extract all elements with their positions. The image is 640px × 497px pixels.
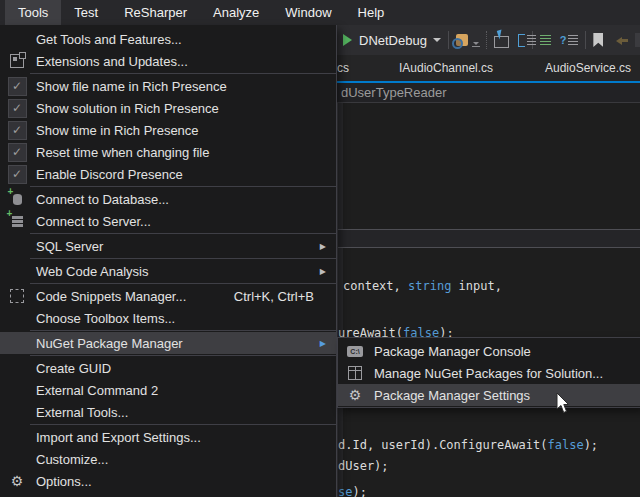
navigate-back-icon[interactable] — [494, 36, 509, 48]
find-dropdown-icon[interactable] — [472, 42, 480, 47]
previous-bookmark-icon[interactable] — [616, 34, 628, 46]
menubar-item-analyze[interactable]: Analyze — [200, 0, 272, 25]
vs-window: Tools Test ReSharper Analyze Window Help… — [0, 0, 640, 497]
submenu-item-manage-nuget-packages[interactable]: Manage NuGet Packages for Solution... — [338, 362, 640, 384]
checkmark-icon: ✓ — [6, 77, 28, 95]
menu-item-import-export-settings[interactable]: Import and Export Settings... — [0, 426, 336, 448]
menu-item-enable-discord-presence[interactable]: ✓Enable Discord Presence — [0, 163, 336, 185]
uncomment-lines-icon[interactable] — [540, 35, 551, 46]
nuget-submenu: C:\Package Manager Console Manage NuGet … — [337, 337, 640, 408]
menu-item-reset-time-changing-file[interactable]: ✓Reset time when changing file — [0, 141, 336, 163]
breadcrumb[interactable]: dUserTypeReader — [341, 85, 447, 100]
toggle-bookmark-icon[interactable] — [593, 33, 603, 47]
menu-item-code-snippets-manager[interactable]: Code Snippets Manager...Ctrl+K, Ctrl+B — [0, 285, 336, 307]
menu-separator — [30, 424, 336, 425]
comment-lines-icon[interactable]: ? — [560, 34, 579, 46]
menu-item-external-tools[interactable]: External Tools... — [0, 401, 336, 423]
menu-item-options[interactable]: ⚙Options... — [0, 470, 336, 492]
database-icon — [6, 190, 28, 208]
menu-item-connect-to-server[interactable]: Connect to Server... — [0, 210, 336, 232]
menu-separator — [30, 186, 336, 187]
menu-item-show-time-rich-presence[interactable]: ✓Show time in Rich Presence — [0, 119, 336, 141]
menu-item-choose-toolbox-items[interactable]: Choose Toolbox Items... — [0, 307, 336, 329]
code-snippets-icon — [6, 287, 28, 305]
code-line: context, string input, — [343, 279, 502, 293]
console-icon: C:\ — [344, 342, 366, 360]
tab-hidden-document[interactable]: cs — [337, 55, 349, 81]
submenu-item-package-manager-settings[interactable]: ⚙Package Manager Settings — [338, 384, 640, 406]
menubar-item-window[interactable]: Window — [272, 0, 344, 25]
server-icon — [6, 212, 28, 230]
gear-icon: ⚙ — [6, 472, 28, 490]
menu-item-external-command-2[interactable]: External Command 2 — [0, 379, 336, 401]
menu-item-web-code-analysis[interactable]: Web Code Analysis▶ — [0, 260, 336, 282]
code-line: d.Id, userId).ConfigureAwait(false); — [338, 438, 598, 452]
checkmark-icon: ✓ — [6, 121, 28, 139]
collapsed-region — [338, 229, 640, 248]
menu-bar: Tools Test ReSharper Analyze Window Help — [0, 0, 640, 25]
menu-item-get-tools-and-features[interactable]: Get Tools and Features... — [0, 28, 336, 50]
shortcut-label: Ctrl+K, Ctrl+B — [234, 289, 314, 304]
submenu-item-package-manager-console[interactable]: C:\Package Manager Console — [338, 340, 640, 362]
menu-item-create-guid[interactable]: Create GUID — [0, 357, 336, 379]
checkmark-icon: ✓ — [6, 143, 28, 161]
submenu-arrow-icon: ▶ — [320, 339, 326, 348]
next-bookmark-icon[interactable] — [635, 33, 639, 47]
nuget-package-icon — [344, 364, 366, 382]
menubar-item-help[interactable]: Help — [345, 0, 398, 25]
menu-item-extensions-and-updates[interactable]: Extensions and Updates... — [0, 50, 336, 72]
clipboard-ring-icon[interactable] — [518, 34, 525, 47]
code-line: dUser); — [338, 459, 389, 473]
menu-separator — [30, 283, 336, 284]
menubar-item-tools[interactable]: Tools — [5, 0, 61, 25]
tools-menu: Get Tools and Features... Extensions and… — [0, 25, 337, 497]
toolbar-separator — [448, 31, 449, 49]
menubar-item-test[interactable]: Test — [61, 0, 111, 25]
menu-separator — [30, 355, 336, 356]
toolbar-grip — [486, 31, 488, 49]
start-debugging-icon[interactable] — [343, 34, 352, 46]
toolbar-separator — [585, 31, 586, 49]
menu-separator — [30, 258, 336, 259]
menubar-item-resharper[interactable]: ReSharper — [111, 0, 200, 25]
menu-item-sql-server[interactable]: SQL Server▶ — [0, 235, 336, 257]
menu-item-show-solution-rich-presence[interactable]: ✓Show solution in Rich Presence — [0, 97, 336, 119]
menu-item-show-file-name-rich-presence[interactable]: ✓Show file name in Rich Presence — [0, 75, 336, 97]
tab-iaudiochannel[interactable]: IAudioChannel.cs — [399, 55, 493, 81]
submenu-arrow-icon: ▶ — [320, 267, 326, 276]
debug-profile-label[interactable]: DNetDebug — [359, 33, 427, 48]
mouse-cursor — [556, 393, 571, 418]
debug-profile-dropdown-icon[interactable] — [433, 38, 441, 42]
menu-item-connect-to-database[interactable]: Connect to Database... — [0, 188, 336, 210]
extensions-icon — [6, 52, 28, 70]
code-line: se); — [338, 485, 367, 497]
gear-icon: ⚙ — [344, 386, 366, 404]
tab-audioservice[interactable]: AudioService.cs — [545, 55, 631, 81]
checkmark-icon: ✓ — [6, 165, 28, 183]
submenu-arrow-icon: ▶ — [320, 242, 326, 251]
menu-separator — [30, 233, 336, 234]
find-in-files-icon[interactable] — [456, 34, 469, 46]
menu-separator — [30, 73, 336, 74]
checkmark-icon: ✓ — [6, 99, 28, 117]
menu-item-nuget-package-manager[interactable]: NuGet Package Manager▶ — [0, 332, 336, 354]
menu-separator — [30, 330, 336, 331]
menu-item-customize[interactable]: Customize... — [0, 448, 336, 470]
